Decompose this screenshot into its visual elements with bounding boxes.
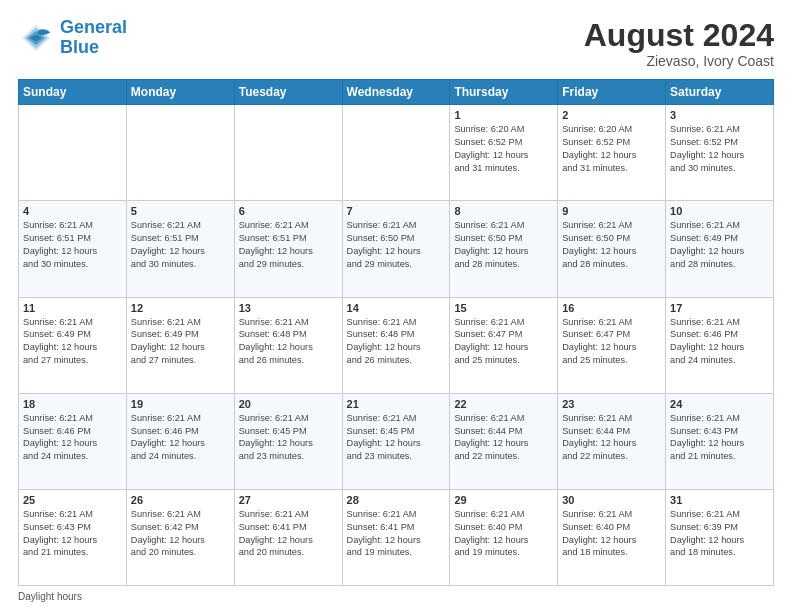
calendar-day-cell: 2Sunrise: 6:20 AM Sunset: 6:52 PM Daylig… xyxy=(558,105,666,201)
calendar-day-cell: 27Sunrise: 6:21 AM Sunset: 6:41 PM Dayli… xyxy=(234,489,342,585)
calendar-day-cell: 18Sunrise: 6:21 AM Sunset: 6:46 PM Dayli… xyxy=(19,393,127,489)
day-number: 7 xyxy=(347,205,446,217)
day-info: Sunrise: 6:21 AM Sunset: 6:47 PM Dayligh… xyxy=(562,316,661,368)
location-subtitle: Zievaso, Ivory Coast xyxy=(584,53,774,69)
day-info: Sunrise: 6:21 AM Sunset: 6:45 PM Dayligh… xyxy=(347,412,446,464)
day-info: Sunrise: 6:20 AM Sunset: 6:52 PM Dayligh… xyxy=(562,123,661,175)
day-number: 14 xyxy=(347,302,446,314)
day-info: Sunrise: 6:21 AM Sunset: 6:49 PM Dayligh… xyxy=(23,316,122,368)
day-info: Sunrise: 6:21 AM Sunset: 6:50 PM Dayligh… xyxy=(347,219,446,271)
day-info: Sunrise: 6:21 AM Sunset: 6:40 PM Dayligh… xyxy=(562,508,661,560)
day-number: 11 xyxy=(23,302,122,314)
calendar-table: SundayMondayTuesdayWednesdayThursdayFrid… xyxy=(18,79,774,586)
day-number: 12 xyxy=(131,302,230,314)
calendar-week-row: 1Sunrise: 6:20 AM Sunset: 6:52 PM Daylig… xyxy=(19,105,774,201)
calendar-day-header: Monday xyxy=(126,80,234,105)
day-info: Sunrise: 6:21 AM Sunset: 6:46 PM Dayligh… xyxy=(670,316,769,368)
day-info: Sunrise: 6:21 AM Sunset: 6:43 PM Dayligh… xyxy=(23,508,122,560)
calendar-day-cell: 7Sunrise: 6:21 AM Sunset: 6:50 PM Daylig… xyxy=(342,201,450,297)
header: General Blue August 2024 Zievaso, Ivory … xyxy=(18,18,774,69)
day-info: Sunrise: 6:21 AM Sunset: 6:51 PM Dayligh… xyxy=(23,219,122,271)
calendar-day-cell: 29Sunrise: 6:21 AM Sunset: 6:40 PM Dayli… xyxy=(450,489,558,585)
day-number: 10 xyxy=(670,205,769,217)
calendar-day-cell: 10Sunrise: 6:21 AM Sunset: 6:49 PM Dayli… xyxy=(666,201,774,297)
day-info: Sunrise: 6:21 AM Sunset: 6:40 PM Dayligh… xyxy=(454,508,553,560)
day-number: 31 xyxy=(670,494,769,506)
day-number: 20 xyxy=(239,398,338,410)
day-info: Sunrise: 6:21 AM Sunset: 6:39 PM Dayligh… xyxy=(670,508,769,560)
day-number: 23 xyxy=(562,398,661,410)
calendar-day-cell: 14Sunrise: 6:21 AM Sunset: 6:48 PM Dayli… xyxy=(342,297,450,393)
calendar-day-cell: 30Sunrise: 6:21 AM Sunset: 6:40 PM Dayli… xyxy=(558,489,666,585)
day-info: Sunrise: 6:21 AM Sunset: 6:45 PM Dayligh… xyxy=(239,412,338,464)
day-number: 16 xyxy=(562,302,661,314)
calendar-day-cell: 3Sunrise: 6:21 AM Sunset: 6:52 PM Daylig… xyxy=(666,105,774,201)
day-number: 18 xyxy=(23,398,122,410)
calendar-day-cell: 21Sunrise: 6:21 AM Sunset: 6:45 PM Dayli… xyxy=(342,393,450,489)
title-block: August 2024 Zievaso, Ivory Coast xyxy=(584,18,774,69)
day-number: 25 xyxy=(23,494,122,506)
day-info: Sunrise: 6:21 AM Sunset: 6:51 PM Dayligh… xyxy=(239,219,338,271)
day-info: Sunrise: 6:21 AM Sunset: 6:47 PM Dayligh… xyxy=(454,316,553,368)
calendar-day-cell: 28Sunrise: 6:21 AM Sunset: 6:41 PM Dayli… xyxy=(342,489,450,585)
day-info: Sunrise: 6:21 AM Sunset: 6:48 PM Dayligh… xyxy=(347,316,446,368)
calendar-day-cell: 4Sunrise: 6:21 AM Sunset: 6:51 PM Daylig… xyxy=(19,201,127,297)
day-number: 27 xyxy=(239,494,338,506)
calendar-day-cell xyxy=(126,105,234,201)
calendar-day-header: Tuesday xyxy=(234,80,342,105)
logo-line1: General xyxy=(60,17,127,37)
calendar-header-row: SundayMondayTuesdayWednesdayThursdayFrid… xyxy=(19,80,774,105)
day-number: 2 xyxy=(562,109,661,121)
calendar-day-cell: 17Sunrise: 6:21 AM Sunset: 6:46 PM Dayli… xyxy=(666,297,774,393)
calendar-week-row: 4Sunrise: 6:21 AM Sunset: 6:51 PM Daylig… xyxy=(19,201,774,297)
day-number: 5 xyxy=(131,205,230,217)
calendar-day-cell: 8Sunrise: 6:21 AM Sunset: 6:50 PM Daylig… xyxy=(450,201,558,297)
calendar-day-cell: 9Sunrise: 6:21 AM Sunset: 6:50 PM Daylig… xyxy=(558,201,666,297)
calendar-day-cell: 16Sunrise: 6:21 AM Sunset: 6:47 PM Dayli… xyxy=(558,297,666,393)
calendar-day-cell xyxy=(342,105,450,201)
day-number: 24 xyxy=(670,398,769,410)
day-info: Sunrise: 6:21 AM Sunset: 6:46 PM Dayligh… xyxy=(131,412,230,464)
calendar-week-row: 11Sunrise: 6:21 AM Sunset: 6:49 PM Dayli… xyxy=(19,297,774,393)
calendar-day-cell: 15Sunrise: 6:21 AM Sunset: 6:47 PM Dayli… xyxy=(450,297,558,393)
calendar-day-cell: 13Sunrise: 6:21 AM Sunset: 6:48 PM Dayli… xyxy=(234,297,342,393)
day-number: 1 xyxy=(454,109,553,121)
day-info: Sunrise: 6:21 AM Sunset: 6:42 PM Dayligh… xyxy=(131,508,230,560)
day-number: 8 xyxy=(454,205,553,217)
day-info: Sunrise: 6:21 AM Sunset: 6:43 PM Dayligh… xyxy=(670,412,769,464)
calendar-day-cell: 26Sunrise: 6:21 AM Sunset: 6:42 PM Dayli… xyxy=(126,489,234,585)
day-info: Sunrise: 6:21 AM Sunset: 6:50 PM Dayligh… xyxy=(562,219,661,271)
calendar-day-header: Thursday xyxy=(450,80,558,105)
calendar-day-cell: 6Sunrise: 6:21 AM Sunset: 6:51 PM Daylig… xyxy=(234,201,342,297)
day-number: 21 xyxy=(347,398,446,410)
logo: General Blue xyxy=(18,18,127,58)
calendar-day-cell: 24Sunrise: 6:21 AM Sunset: 6:43 PM Dayli… xyxy=(666,393,774,489)
day-number: 30 xyxy=(562,494,661,506)
calendar-day-cell: 23Sunrise: 6:21 AM Sunset: 6:44 PM Dayli… xyxy=(558,393,666,489)
day-number: 17 xyxy=(670,302,769,314)
day-info: Sunrise: 6:21 AM Sunset: 6:44 PM Dayligh… xyxy=(454,412,553,464)
day-number: 3 xyxy=(670,109,769,121)
day-info: Sunrise: 6:21 AM Sunset: 6:46 PM Dayligh… xyxy=(23,412,122,464)
calendar-day-cell: 25Sunrise: 6:21 AM Sunset: 6:43 PM Dayli… xyxy=(19,489,127,585)
calendar-day-cell: 20Sunrise: 6:21 AM Sunset: 6:45 PM Dayli… xyxy=(234,393,342,489)
calendar-day-header: Saturday xyxy=(666,80,774,105)
calendar-day-cell xyxy=(234,105,342,201)
calendar-day-header: Wednesday xyxy=(342,80,450,105)
calendar-day-cell: 11Sunrise: 6:21 AM Sunset: 6:49 PM Dayli… xyxy=(19,297,127,393)
day-info: Sunrise: 6:21 AM Sunset: 6:44 PM Dayligh… xyxy=(562,412,661,464)
day-number: 9 xyxy=(562,205,661,217)
day-info: Sunrise: 6:21 AM Sunset: 6:49 PM Dayligh… xyxy=(670,219,769,271)
calendar-week-row: 18Sunrise: 6:21 AM Sunset: 6:46 PM Dayli… xyxy=(19,393,774,489)
logo-text: General Blue xyxy=(60,18,127,58)
footer-note: Daylight hours xyxy=(18,591,774,602)
logo-line2: Blue xyxy=(60,37,99,57)
calendar-day-cell: 5Sunrise: 6:21 AM Sunset: 6:51 PM Daylig… xyxy=(126,201,234,297)
day-number: 6 xyxy=(239,205,338,217)
calendar-day-cell: 19Sunrise: 6:21 AM Sunset: 6:46 PM Dayli… xyxy=(126,393,234,489)
calendar-day-cell: 12Sunrise: 6:21 AM Sunset: 6:49 PM Dayli… xyxy=(126,297,234,393)
day-number: 19 xyxy=(131,398,230,410)
day-info: Sunrise: 6:20 AM Sunset: 6:52 PM Dayligh… xyxy=(454,123,553,175)
day-info: Sunrise: 6:21 AM Sunset: 6:41 PM Dayligh… xyxy=(347,508,446,560)
day-number: 4 xyxy=(23,205,122,217)
